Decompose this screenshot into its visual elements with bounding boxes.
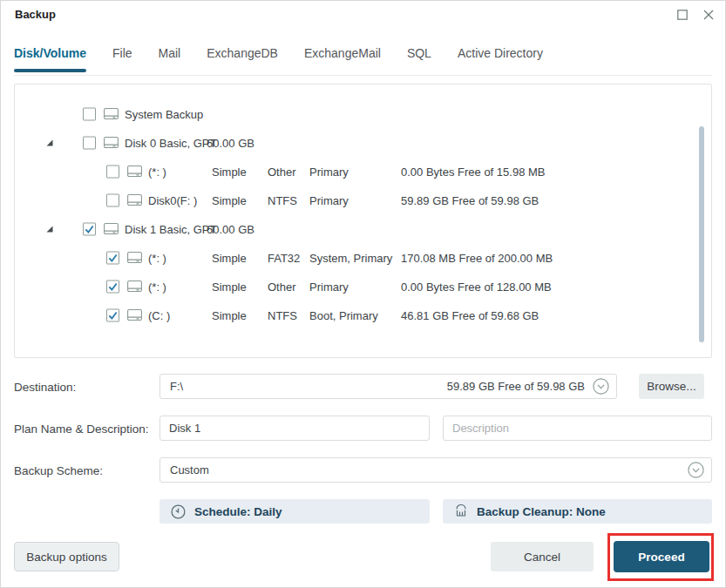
plan-name-label: Plan Name & Description: — [14, 422, 149, 436]
volume-flags: Primary — [309, 193, 349, 206]
destination-field[interactable]: F:\ 59.89 GB Free of 59.98 GB — [159, 374, 617, 399]
schedule-label: Schedule: Daily — [194, 505, 282, 518]
disk-icon — [127, 165, 142, 178]
backup-scheme-select[interactable]: Custom — [159, 457, 712, 483]
volume-type: Simple — [212, 165, 247, 178]
checkbox[interactable] — [106, 308, 119, 321]
tree-row: (C: )SimpleNTFSBoot, Primary46.81 GB Fre… — [15, 301, 711, 329]
volume-type: Simple — [212, 251, 247, 264]
volume-type: Simple — [212, 280, 247, 293]
item-name: (*: ) — [148, 251, 166, 264]
checkbox[interactable] — [106, 280, 119, 293]
disk-size: 60.00 GB — [207, 222, 254, 235]
backup-cleanup-button[interactable]: Backup Cleanup: None — [443, 499, 712, 524]
tab-file[interactable]: File — [112, 44, 132, 71]
chevron-down-icon[interactable] — [688, 462, 704, 478]
window-title: Backup — [15, 8, 56, 21]
destination-value: F:\ — [170, 380, 447, 393]
item-name: Disk0(F: ) — [148, 193, 197, 206]
checkbox[interactable] — [83, 136, 96, 149]
tab-exchangedb[interactable]: ExchangeDB — [207, 44, 278, 71]
volume-type: Simple — [212, 308, 247, 321]
maximize-icon[interactable] — [675, 8, 689, 22]
tab-active-directory[interactable]: Active Directory — [458, 44, 543, 71]
destination-free-space: 59.89 GB Free of 59.98 GB — [447, 380, 585, 393]
chevron-down-icon[interactable] — [593, 378, 609, 395]
tree-row: (*: )SimpleOtherPrimary0.00 Bytes Free o… — [15, 157, 711, 186]
checkbox[interactable] — [106, 193, 119, 206]
item-name: (C: ) — [148, 308, 170, 321]
disk-icon — [127, 193, 142, 206]
plan-name-input[interactable] — [159, 416, 430, 441]
free-space: 59.89 GB Free of 59.98 GB — [401, 193, 539, 206]
free-space: 170.08 MB Free of 200.00 MB — [401, 251, 553, 264]
tab-exchangemail[interactable]: ExchangeMail — [304, 44, 381, 71]
volume-flags: System, Primary — [309, 251, 392, 264]
tab-mail[interactable]: Mail — [159, 44, 181, 71]
disk-icon — [127, 251, 142, 264]
backup-options-button[interactable]: Backup options — [14, 542, 119, 571]
trash-icon — [454, 504, 468, 518]
item-name: Disk 1 Basic, GPT — [125, 222, 216, 235]
filesystem: Other — [268, 280, 296, 293]
volume-flags: Boot, Primary — [309, 308, 378, 321]
disk-icon — [104, 222, 119, 235]
tree-row: Disk 1 Basic, GPT60.00 GB — [15, 214, 711, 243]
checkbox[interactable] — [83, 222, 96, 235]
expander-icon[interactable] — [45, 139, 54, 147]
disk-size: 60.00 GB — [207, 136, 254, 149]
checkbox[interactable] — [83, 107, 96, 120]
disk-icon — [127, 308, 142, 321]
free-space: 46.81 GB Free of 59.68 GB — [401, 308, 539, 321]
backup-cleanup-label: Backup Cleanup: None — [477, 505, 606, 518]
cancel-button[interactable]: Cancel — [491, 542, 594, 571]
tab-sql[interactable]: SQL — [407, 44, 431, 71]
proceed-button[interactable]: Proceed — [614, 541, 709, 572]
disk-icon — [104, 136, 119, 149]
free-space: 0.00 Bytes Free of 128.00 MB — [401, 280, 552, 293]
tree-row: System Backup — [15, 99, 711, 128]
disk-volume-list: System BackupDisk 0 Basic, GPT60.00 GB(*… — [14, 84, 712, 358]
tree-rows: System BackupDisk 0 Basic, GPT60.00 GB(*… — [15, 99, 711, 329]
checkbox[interactable] — [106, 251, 119, 264]
item-name: (*: ) — [148, 165, 166, 178]
disk-icon — [104, 107, 119, 120]
free-space: 0.00 Bytes Free of 15.98 MB — [401, 165, 545, 178]
expander-icon[interactable] — [45, 225, 54, 233]
description-input[interactable] — [443, 416, 712, 441]
tree-row: Disk 0 Basic, GPT60.00 GB — [15, 128, 711, 157]
volume-flags: Primary — [309, 280, 349, 293]
item-name: (*: ) — [148, 280, 166, 293]
destination-label: Destination: — [14, 381, 76, 394]
clock-icon — [171, 504, 186, 519]
tree-row: Disk0(F: )SimpleNTFSPrimary59.89 GB Free… — [15, 186, 711, 214]
backup-scheme-value: Custom — [170, 463, 688, 476]
volume-flags: Primary — [309, 165, 349, 178]
tree-row: (*: )SimpleFAT32System, Primary170.08 MB… — [15, 243, 711, 272]
backup-scheme-label: Backup Scheme: — [14, 464, 103, 477]
tree-row: (*: )SimpleOtherPrimary0.00 Bytes Free o… — [15, 272, 711, 301]
browse-button[interactable]: Browse... — [639, 374, 704, 399]
vertical-scrollbar[interactable] — [699, 126, 704, 342]
volume-type: Simple — [212, 193, 247, 206]
disk-icon — [127, 280, 142, 293]
item-name: Disk 0 Basic, GPT — [125, 136, 216, 149]
filesystem: Other — [268, 165, 296, 178]
checkbox[interactable] — [106, 165, 119, 178]
tab-disk-volume[interactable]: Disk/Volume — [14, 44, 86, 71]
schedule-button[interactable]: Schedule: Daily — [159, 499, 430, 524]
backup-dialog: { "window": { "title": "Backup" }, "tabs… — [0, 0, 726, 588]
close-icon[interactable] — [702, 8, 716, 22]
item-name: System Backup — [125, 107, 203, 120]
filesystem: FAT32 — [268, 251, 300, 264]
filesystem: NTFS — [268, 193, 297, 206]
filesystem: NTFS — [268, 308, 297, 321]
tab-bar: Disk/VolumeFileMailExchangeDBExchangeMai… — [14, 44, 712, 76]
